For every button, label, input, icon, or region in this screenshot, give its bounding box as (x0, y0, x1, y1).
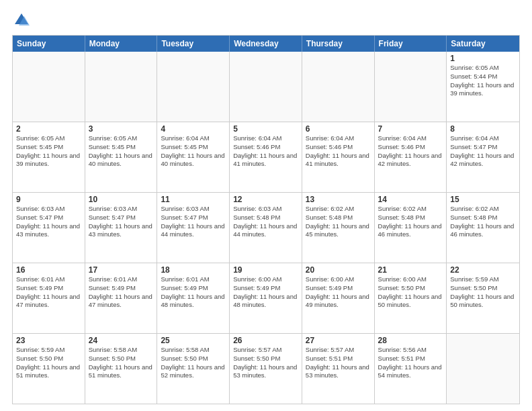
calendar-cell: 28Sunrise: 5:56 AM Sunset: 5:51 PM Dayli… (375, 334, 447, 404)
calendar-cell: 9Sunrise: 6:03 AM Sunset: 5:47 PM Daylig… (13, 193, 85, 263)
calendar-body: 1Sunrise: 6:05 AM Sunset: 5:44 PM Daylig… (13, 52, 519, 404)
day-number: 14 (378, 195, 443, 204)
calendar-cell: 11Sunrise: 6:03 AM Sunset: 5:47 PM Dayli… (157, 193, 230, 263)
calendar-week-4: 16Sunrise: 6:01 AM Sunset: 5:49 PM Dayli… (13, 263, 519, 333)
calendar-cell: 15Sunrise: 6:02 AM Sunset: 5:48 PM Dayli… (447, 193, 519, 263)
day-number: 15 (450, 195, 516, 204)
day-number: 3 (89, 124, 154, 134)
header-day-thursday: Thursday (302, 36, 375, 52)
day-info: Sunrise: 6:02 AM Sunset: 5:48 PM Dayligh… (450, 205, 516, 239)
day-number: 26 (233, 336, 298, 345)
calendar-cell: 8Sunrise: 6:04 AM Sunset: 5:47 PM Daylig… (447, 122, 519, 192)
header-day-friday: Friday (375, 36, 447, 52)
day-number: 2 (16, 124, 81, 134)
day-info: Sunrise: 6:03 AM Sunset: 5:47 PM Dayligh… (89, 205, 154, 239)
calendar-cell: 24Sunrise: 5:58 AM Sunset: 5:50 PM Dayli… (85, 334, 158, 404)
calendar-cell: 25Sunrise: 5:58 AM Sunset: 5:50 PM Dayli… (157, 334, 230, 404)
day-info: Sunrise: 5:58 AM Sunset: 5:50 PM Dayligh… (161, 346, 226, 380)
calendar-cell: 22Sunrise: 5:59 AM Sunset: 5:50 PM Dayli… (447, 263, 519, 333)
calendar-cell (447, 334, 519, 404)
logo-icon (12, 11, 31, 30)
header (12, 11, 520, 30)
calendar-cell: 19Sunrise: 6:00 AM Sunset: 5:49 PM Dayli… (230, 263, 302, 333)
calendar-cell: 7Sunrise: 6:04 AM Sunset: 5:46 PM Daylig… (375, 122, 447, 192)
day-number: 24 (89, 336, 154, 345)
header-day-sunday: Sunday (13, 36, 85, 52)
day-info: Sunrise: 6:01 AM Sunset: 5:49 PM Dayligh… (89, 275, 154, 310)
calendar-week-2: 2Sunrise: 6:05 AM Sunset: 5:45 PM Daylig… (13, 122, 519, 192)
day-info: Sunrise: 6:01 AM Sunset: 5:49 PM Dayligh… (161, 275, 226, 310)
day-info: Sunrise: 6:00 AM Sunset: 5:49 PM Dayligh… (306, 275, 371, 310)
day-number: 18 (161, 265, 226, 275)
calendar-header: SundayMondayTuesdayWednesdayThursdayFrid… (13, 36, 519, 52)
calendar-cell: 12Sunrise: 6:03 AM Sunset: 5:48 PM Dayli… (230, 193, 302, 263)
calendar-cell: 6Sunrise: 6:04 AM Sunset: 5:46 PM Daylig… (302, 122, 375, 192)
day-info: Sunrise: 6:04 AM Sunset: 5:47 PM Dayligh… (450, 134, 516, 169)
day-number: 11 (161, 195, 226, 204)
day-number: 20 (306, 265, 371, 275)
calendar-cell: 16Sunrise: 6:01 AM Sunset: 5:49 PM Dayli… (13, 263, 85, 333)
calendar-cell: 14Sunrise: 6:02 AM Sunset: 5:48 PM Dayli… (375, 193, 447, 263)
day-info: Sunrise: 5:56 AM Sunset: 5:51 PM Dayligh… (378, 346, 443, 380)
day-number: 6 (306, 124, 371, 134)
day-number: 12 (233, 195, 298, 204)
day-info: Sunrise: 6:03 AM Sunset: 5:48 PM Dayligh… (233, 205, 298, 239)
day-info: Sunrise: 5:59 AM Sunset: 5:50 PM Dayligh… (16, 346, 81, 380)
day-number: 5 (233, 124, 298, 134)
day-number: 16 (16, 265, 81, 275)
day-info: Sunrise: 5:59 AM Sunset: 5:50 PM Dayligh… (450, 275, 516, 310)
header-day-tuesday: Tuesday (157, 36, 230, 52)
calendar-cell: 13Sunrise: 6:02 AM Sunset: 5:48 PM Dayli… (302, 193, 375, 263)
day-info: Sunrise: 6:05 AM Sunset: 5:44 PM Dayligh… (450, 64, 516, 98)
day-info: Sunrise: 5:57 AM Sunset: 5:50 PM Dayligh… (233, 346, 298, 380)
calendar-cell: 26Sunrise: 5:57 AM Sunset: 5:50 PM Dayli… (230, 334, 302, 404)
day-number: 27 (306, 336, 371, 345)
calendar-cell (157, 52, 230, 122)
day-number: 8 (450, 124, 516, 134)
calendar-cell: 4Sunrise: 6:04 AM Sunset: 5:45 PM Daylig… (157, 122, 230, 192)
day-info: Sunrise: 5:58 AM Sunset: 5:50 PM Dayligh… (89, 346, 154, 380)
calendar-cell: 17Sunrise: 6:01 AM Sunset: 5:49 PM Dayli… (85, 263, 158, 333)
day-info: Sunrise: 6:00 AM Sunset: 5:49 PM Dayligh… (233, 275, 298, 310)
day-number: 23 (16, 336, 81, 345)
day-info: Sunrise: 6:01 AM Sunset: 5:49 PM Dayligh… (16, 275, 81, 310)
day-info: Sunrise: 6:04 AM Sunset: 5:46 PM Dayligh… (306, 134, 371, 169)
day-info: Sunrise: 6:04 AM Sunset: 5:46 PM Dayligh… (233, 134, 298, 169)
day-number: 28 (378, 336, 443, 345)
calendar-cell (85, 52, 158, 122)
calendar: SundayMondayTuesdayWednesdayThursdayFrid… (12, 35, 520, 404)
calendar-cell (375, 52, 447, 122)
day-info: Sunrise: 6:02 AM Sunset: 5:48 PM Dayligh… (378, 205, 443, 239)
calendar-week-1: 1Sunrise: 6:05 AM Sunset: 5:44 PM Daylig… (13, 52, 519, 122)
day-info: Sunrise: 6:02 AM Sunset: 5:48 PM Dayligh… (306, 205, 371, 239)
day-info: Sunrise: 6:05 AM Sunset: 5:45 PM Dayligh… (89, 134, 154, 169)
calendar-cell: 2Sunrise: 6:05 AM Sunset: 5:45 PM Daylig… (13, 122, 85, 192)
day-number: 21 (378, 265, 443, 275)
day-info: Sunrise: 6:00 AM Sunset: 5:50 PM Dayligh… (378, 275, 443, 310)
day-number: 17 (89, 265, 154, 275)
day-number: 22 (450, 265, 516, 275)
header-day-wednesday: Wednesday (230, 36, 302, 52)
header-day-saturday: Saturday (447, 36, 519, 52)
calendar-cell: 21Sunrise: 6:00 AM Sunset: 5:50 PM Dayli… (375, 263, 447, 333)
calendar-cell: 3Sunrise: 6:05 AM Sunset: 5:45 PM Daylig… (85, 122, 158, 192)
day-info: Sunrise: 6:03 AM Sunset: 5:47 PM Dayligh… (16, 205, 81, 239)
calendar-cell (13, 52, 85, 122)
calendar-week-3: 9Sunrise: 6:03 AM Sunset: 5:47 PM Daylig… (13, 192, 519, 263)
day-number: 9 (16, 195, 81, 204)
calendar-cell: 20Sunrise: 6:00 AM Sunset: 5:49 PM Dayli… (302, 263, 375, 333)
calendar-week-5: 23Sunrise: 5:59 AM Sunset: 5:50 PM Dayli… (13, 333, 519, 404)
day-number: 10 (89, 195, 154, 204)
day-info: Sunrise: 6:03 AM Sunset: 5:47 PM Dayligh… (161, 205, 226, 239)
calendar-cell: 5Sunrise: 6:04 AM Sunset: 5:46 PM Daylig… (230, 122, 302, 192)
logo (12, 11, 34, 30)
day-info: Sunrise: 5:57 AM Sunset: 5:51 PM Dayligh… (306, 346, 371, 380)
day-info: Sunrise: 6:05 AM Sunset: 5:45 PM Dayligh… (16, 134, 81, 169)
calendar-cell (302, 52, 375, 122)
header-day-monday: Monday (85, 36, 158, 52)
calendar-cell: 23Sunrise: 5:59 AM Sunset: 5:50 PM Dayli… (13, 334, 85, 404)
day-info: Sunrise: 6:04 AM Sunset: 5:45 PM Dayligh… (161, 134, 226, 169)
day-number: 1 (450, 54, 516, 63)
calendar-cell: 1Sunrise: 6:05 AM Sunset: 5:44 PM Daylig… (447, 52, 519, 122)
page: SundayMondayTuesdayWednesdayThursdayFrid… (0, 0, 532, 411)
